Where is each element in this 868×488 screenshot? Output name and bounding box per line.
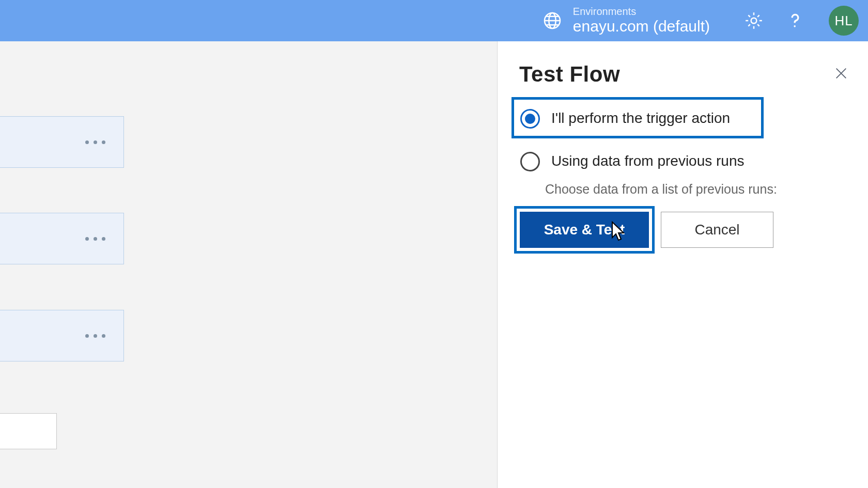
help-button[interactable] [782,8,808,34]
radio-perform-trigger[interactable]: I'll perform the trigger action [512,97,764,138]
close-panel-button[interactable] [831,64,851,85]
step-more-button[interactable] [85,310,105,361]
flow-step-card[interactable] [0,310,124,361]
radio-previous-runs-label: Using data from previous runs [551,152,745,170]
svg-point-3 [794,25,796,27]
test-flow-panel: Test Flow I'll perform the trigger actio… [497,41,868,488]
radio-previous-runs[interactable]: Using data from previous runs [514,143,851,179]
add-step-card[interactable]: e [0,413,57,449]
cancel-button[interactable]: Cancel [661,212,773,248]
help-icon [785,10,805,31]
avatar-initials: HL [834,13,853,29]
environments-label: Environments [573,6,710,18]
environment-name: enayu.com (default) [573,18,710,36]
svg-point-2 [751,18,757,24]
globe-icon [542,10,563,31]
app-header: Environments enayu.com (default) HL [0,0,868,41]
panel-title: Test Flow [519,62,620,87]
close-icon [833,65,849,84]
step-more-button[interactable] [85,117,105,167]
flow-step-card[interactable] [0,213,124,264]
radio-icon [520,109,540,129]
flow-canvas[interactable]: e [0,41,497,488]
flow-step-card[interactable] [0,116,124,168]
save-test-highlight: Save & Test [514,206,655,254]
step-more-button[interactable] [85,213,105,264]
settings-button[interactable] [741,8,767,34]
radio-previous-runs-subtext: Choose data from a list of previous runs… [545,182,851,197]
avatar[interactable]: HL [829,6,859,36]
radio-icon [520,152,540,171]
save-test-button[interactable]: Save & Test [520,212,649,248]
environment-selector[interactable]: Environments enayu.com (default) [542,6,710,36]
radio-perform-trigger-label: I'll perform the trigger action [551,109,730,128]
gear-icon [743,10,764,31]
